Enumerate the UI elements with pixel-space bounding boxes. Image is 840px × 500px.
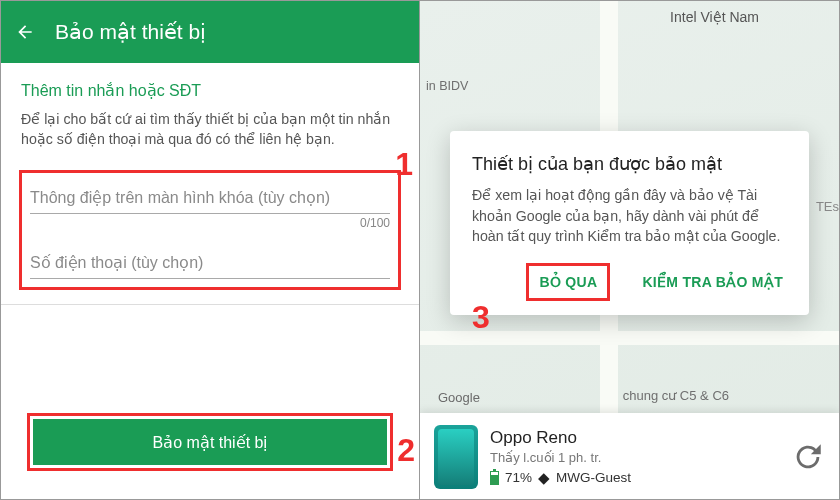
refresh-icon[interactable] (791, 440, 825, 474)
app-header: Bảo mật thiết bị (1, 1, 419, 63)
annotation-1: 1 (395, 146, 413, 183)
map-text-east: TEs (816, 199, 839, 214)
map-poi-bidv: in BIDV (426, 79, 468, 93)
map-poi-chungcu: chung cư C5 & C6 (623, 388, 729, 403)
form-section: Thêm tin nhắn hoặc SĐT Để lại cho bất cứ… (1, 63, 419, 160)
device-status-row: 71% ◆ MWG-Guest (490, 469, 779, 487)
section-description: Để lại cho bất cứ ai tìm thấy thiết bị c… (21, 110, 399, 150)
wifi-icon: ◆ (538, 469, 550, 487)
section-title: Thêm tin nhắn hoặc SĐT (21, 81, 399, 100)
dialog-body: Để xem lại hoạt động gần đây và bảo vệ T… (472, 185, 787, 247)
skip-button[interactable]: BỎ QUA (535, 266, 601, 298)
highlight-box: Bảo mật thiết bị (27, 413, 393, 471)
map-attribution: Google (438, 390, 480, 405)
dialog-title: Thiết bị của bạn được bảo mật (472, 153, 787, 175)
lockscreen-message-input[interactable] (30, 183, 390, 214)
device-name: Oppo Reno (490, 428, 779, 448)
page-title: Bảo mật thiết bị (55, 20, 206, 44)
device-thumbnail (434, 425, 478, 489)
map-poi-intel: Intel Việt Nam (670, 9, 759, 25)
battery-percent: 71% (505, 470, 532, 485)
message-char-counter: 0/100 (30, 216, 390, 230)
dialog-actions: BỎ QUA KIỂM TRA BẢO MẬT (472, 263, 787, 301)
secure-device-button[interactable]: Bảo mật thiết bị (33, 419, 387, 465)
back-arrow-icon[interactable] (15, 22, 35, 42)
device-last-seen: Thấy l.cuối 1 ph. tr. (490, 450, 779, 465)
device-details: Oppo Reno Thấy l.cuối 1 ph. tr. 71% ◆ MW… (490, 428, 779, 487)
device-info-card[interactable]: Oppo Reno Thấy l.cuối 1 ph. tr. 71% ◆ MW… (420, 413, 839, 500)
annotation-3: 3 (472, 299, 490, 336)
device-secured-dialog: Thiết bị của bạn được bảo mật Để xem lại… (450, 131, 809, 315)
battery-icon (490, 471, 499, 485)
phone-number-input[interactable] (30, 248, 390, 279)
primary-action-container: Bảo mật thiết bị (1, 413, 419, 471)
divider (1, 304, 419, 305)
input-group-highlighted: 0/100 (19, 170, 401, 290)
find-device-map-screen: Intel Việt Nam in BIDV Google chung cư C… (420, 1, 839, 500)
secure-device-screen: Bảo mật thiết bị Thêm tin nhắn hoặc SĐT … (1, 1, 420, 500)
security-check-button[interactable]: KIỂM TRA BẢO MẬT (638, 266, 787, 298)
annotation-2: 2 (397, 432, 415, 469)
highlight-box-skip: BỎ QUA (526, 263, 610, 301)
wifi-ssid: MWG-Guest (556, 470, 631, 485)
